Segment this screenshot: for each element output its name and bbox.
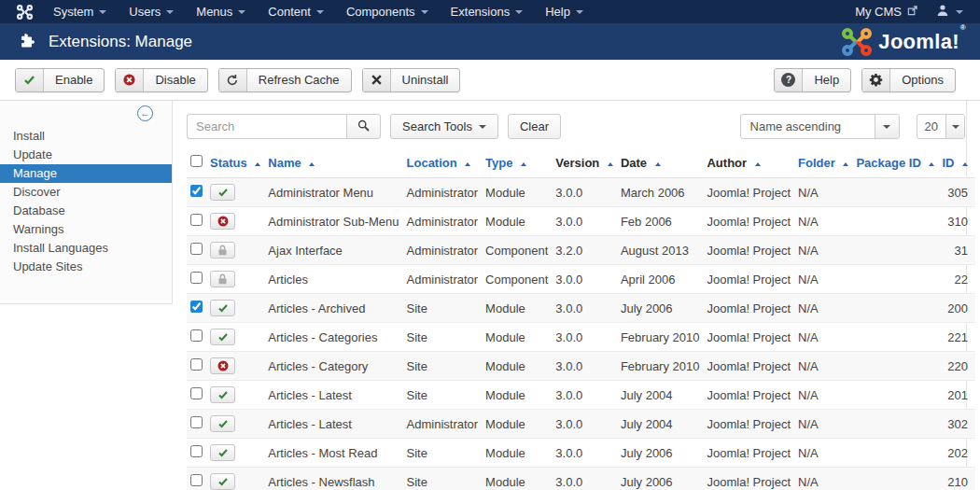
chevron-down-icon (99, 10, 106, 14)
user-menu[interactable] (931, 4, 969, 20)
extension-location: Administrator (403, 265, 483, 294)
column-header-version[interactable]: Version (552, 147, 617, 178)
select-all-checkbox[interactable] (190, 155, 203, 167)
sidebar-item-install-languages[interactable]: Install Languages (0, 239, 172, 258)
help-button[interactable]: ? Help (774, 68, 851, 92)
menu-item-help[interactable]: Help (534, 0, 595, 23)
row-checkbox[interactable] (190, 243, 203, 255)
row-checkbox[interactable] (190, 474, 203, 486)
row-checkbox[interactable] (190, 185, 203, 197)
sidebar-item-database[interactable]: Database (0, 202, 172, 220)
sidebar-item-install[interactable]: Install (0, 127, 172, 146)
row-checkbox[interactable] (190, 445, 203, 457)
column-header-label: Name (268, 156, 301, 170)
table-row: Articles - Category Site Module 3.0.0 Fe… (187, 352, 975, 381)
page-body: ← Install Update Manage Discover Databas… (0, 101, 980, 490)
search-submit-button[interactable] (346, 114, 381, 139)
status-cell (206, 207, 264, 236)
disable-button[interactable]: Disable (115, 68, 207, 92)
menu-item-menus[interactable]: Menus (185, 0, 257, 23)
column-header-name[interactable]: Name (264, 147, 402, 178)
enabled-check-icon (217, 447, 229, 458)
status-toggle-button[interactable] (210, 444, 235, 461)
menu-item-users[interactable]: Users (118, 0, 185, 23)
menu-item-components[interactable]: Components (335, 0, 440, 23)
extension-id: 31 (938, 236, 975, 265)
column-header-date[interactable]: Date (617, 147, 704, 178)
sidebar-item-update-sites[interactable]: Update Sites (0, 258, 172, 276)
chevron-down-icon (875, 115, 899, 138)
options-button[interactable]: Options (861, 68, 956, 92)
sidebar-item-update[interactable]: Update (0, 146, 172, 164)
x-icon (363, 69, 391, 91)
extension-id: 220 (938, 352, 975, 381)
refresh-cache-button[interactable]: Refresh Cache (218, 68, 352, 92)
table-row: Administrator Sub-Menu Administrator Mod… (187, 207, 975, 236)
table-body: Administrator Menu Administrator Module … (187, 178, 975, 490)
status-toggle-button[interactable] (210, 329, 235, 345)
site-preview-link[interactable]: My CMS (849, 5, 923, 19)
row-checkbox[interactable] (190, 301, 203, 313)
menu-item-content[interactable]: Content (257, 0, 335, 23)
enable-button[interactable]: Enable (15, 68, 105, 92)
column-header-type[interactable]: Type (482, 147, 552, 178)
status-toggle-button[interactable] (210, 242, 235, 259)
extension-author: Joomla! Project (703, 294, 794, 323)
status-toggle-button[interactable] (210, 386, 235, 403)
status-toggle-button[interactable] (210, 300, 235, 316)
extension-date: July 2004 (617, 381, 704, 410)
sidebar-collapse-button[interactable]: ← (137, 105, 153, 121)
column-header-package_id[interactable]: Package ID (852, 147, 938, 178)
column-header-id[interactable]: ID (938, 147, 975, 178)
row-checkbox[interactable] (190, 272, 203, 284)
enabled-check-icon (217, 302, 229, 314)
sort-ascending-icon (255, 162, 260, 166)
row-checkbox[interactable] (190, 416, 203, 428)
row-checkbox[interactable] (190, 329, 203, 342)
status-toggle-button[interactable] (210, 473, 235, 490)
extension-folder: N/A (794, 468, 852, 490)
extension-name: Articles - Latest (264, 410, 402, 439)
table-header-row: Status Name Location Type Version Date A… (187, 147, 975, 178)
extension-name: Articles - Archived (264, 294, 402, 323)
menu-item-label: Users (129, 5, 161, 19)
column-header-label: Location (407, 156, 457, 170)
extension-name: Ajax Interface (264, 236, 402, 265)
column-header-author[interactable]: Author (703, 147, 794, 178)
sort-order-select[interactable]: Name ascending (740, 114, 900, 139)
sidebar-item-warnings[interactable]: Warnings (0, 220, 172, 239)
extension-date: April 2006 (617, 265, 704, 294)
sidebar-item-discover[interactable]: Discover (0, 183, 172, 202)
extension-type: Module (482, 352, 552, 381)
list-limit-select[interactable]: 20 (917, 114, 965, 139)
sidebar-list: Install Update Manage Discover Database … (0, 127, 172, 276)
menu-item-extensions[interactable]: Extensions (440, 0, 535, 23)
extension-package-id (852, 323, 938, 352)
extension-version: 3.0.0 (552, 468, 617, 490)
clear-button[interactable]: Clear (508, 114, 561, 139)
extension-id: 201 (938, 381, 975, 410)
disabled-x-icon (217, 360, 229, 371)
status-cell (206, 236, 264, 265)
row-select-cell (187, 178, 206, 207)
column-header-location[interactable]: Location (403, 147, 483, 178)
status-toggle-button[interactable] (210, 184, 235, 201)
status-toggle-button[interactable] (210, 271, 235, 287)
row-checkbox[interactable] (190, 358, 203, 371)
column-header-status[interactable]: Status (206, 147, 264, 178)
extension-name: Articles - Categories (264, 323, 402, 352)
uninstall-button[interactable]: Uninstall (362, 68, 461, 92)
extension-package-id (852, 294, 938, 323)
extension-folder: N/A (794, 207, 852, 236)
status-toggle-button[interactable] (210, 415, 235, 432)
extension-author: Joomla! Project (703, 352, 794, 381)
search-input[interactable] (187, 114, 346, 139)
sidebar-item-manage[interactable]: Manage (0, 164, 172, 183)
row-checkbox[interactable] (190, 387, 203, 399)
row-checkbox[interactable] (190, 214, 203, 226)
search-tools-button[interactable]: Search Tools (390, 114, 498, 139)
column-header-folder[interactable]: Folder (794, 147, 852, 178)
status-toggle-button[interactable] (210, 357, 235, 374)
status-toggle-button[interactable] (210, 213, 235, 230)
menu-item-system[interactable]: System (42, 0, 118, 23)
